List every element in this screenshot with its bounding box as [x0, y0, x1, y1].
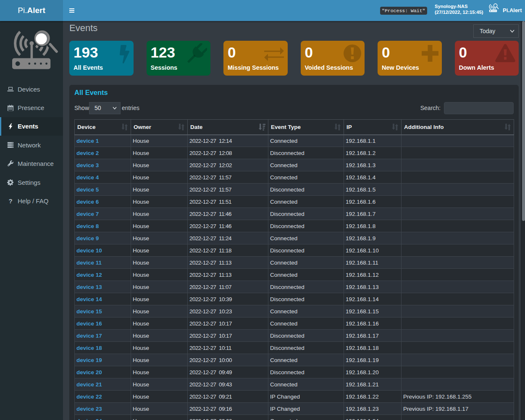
svg-text:?: ? — [8, 198, 12, 205]
